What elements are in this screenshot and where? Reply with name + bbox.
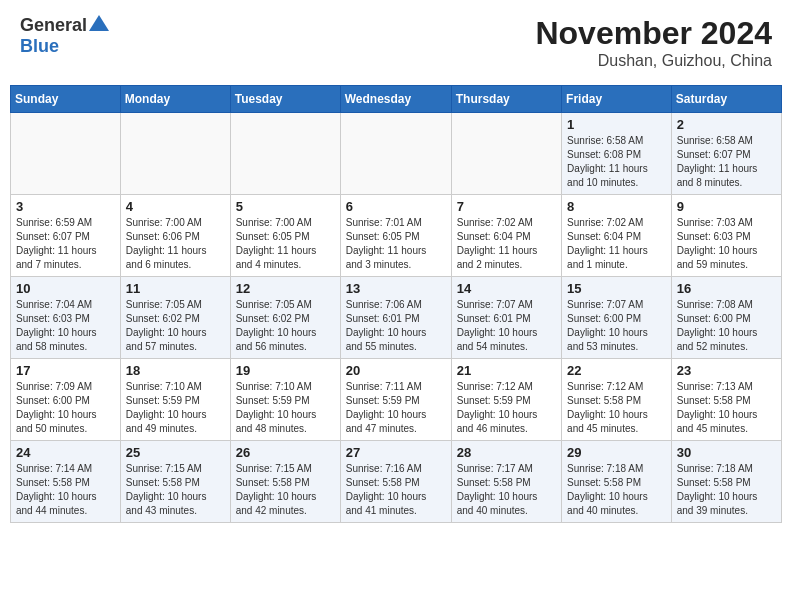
day-info: Sunrise: 7:13 AM Sunset: 5:58 PM Dayligh… <box>677 380 776 436</box>
calendar-cell: 19Sunrise: 7:10 AM Sunset: 5:59 PM Dayli… <box>230 359 340 441</box>
calendar-cell: 25Sunrise: 7:15 AM Sunset: 5:58 PM Dayli… <box>120 441 230 523</box>
day-info: Sunrise: 7:09 AM Sunset: 6:00 PM Dayligh… <box>16 380 115 436</box>
day-info: Sunrise: 7:06 AM Sunset: 6:01 PM Dayligh… <box>346 298 446 354</box>
day-info: Sunrise: 7:18 AM Sunset: 5:58 PM Dayligh… <box>677 462 776 518</box>
day-number: 14 <box>457 281 556 296</box>
day-info: Sunrise: 7:05 AM Sunset: 6:02 PM Dayligh… <box>126 298 225 354</box>
calendar-cell: 15Sunrise: 7:07 AM Sunset: 6:00 PM Dayli… <box>562 277 672 359</box>
day-number: 8 <box>567 199 666 214</box>
calendar-cell: 11Sunrise: 7:05 AM Sunset: 6:02 PM Dayli… <box>120 277 230 359</box>
calendar-cell <box>340 113 451 195</box>
calendar-cell: 17Sunrise: 7:09 AM Sunset: 6:00 PM Dayli… <box>11 359 121 441</box>
subtitle: Dushan, Guizhou, China <box>535 52 772 70</box>
calendar-cell: 14Sunrise: 7:07 AM Sunset: 6:01 PM Dayli… <box>451 277 561 359</box>
calendar-header-friday: Friday <box>562 86 672 113</box>
day-number: 11 <box>126 281 225 296</box>
day-info: Sunrise: 7:04 AM Sunset: 6:03 PM Dayligh… <box>16 298 115 354</box>
day-info: Sunrise: 6:58 AM Sunset: 6:07 PM Dayligh… <box>677 134 776 190</box>
calendar-header-saturday: Saturday <box>671 86 781 113</box>
day-info: Sunrise: 7:17 AM Sunset: 5:58 PM Dayligh… <box>457 462 556 518</box>
day-info: Sunrise: 7:15 AM Sunset: 5:58 PM Dayligh… <box>126 462 225 518</box>
calendar-cell: 18Sunrise: 7:10 AM Sunset: 5:59 PM Dayli… <box>120 359 230 441</box>
calendar-week-1: 1Sunrise: 6:58 AM Sunset: 6:08 PM Daylig… <box>11 113 782 195</box>
calendar-cell: 26Sunrise: 7:15 AM Sunset: 5:58 PM Dayli… <box>230 441 340 523</box>
day-number: 19 <box>236 363 335 378</box>
day-number: 9 <box>677 199 776 214</box>
day-number: 1 <box>567 117 666 132</box>
day-info: Sunrise: 7:10 AM Sunset: 5:59 PM Dayligh… <box>126 380 225 436</box>
day-number: 17 <box>16 363 115 378</box>
day-info: Sunrise: 7:08 AM Sunset: 6:00 PM Dayligh… <box>677 298 776 354</box>
logo: General Blue <box>20 15 109 57</box>
calendar-cell: 30Sunrise: 7:18 AM Sunset: 5:58 PM Dayli… <box>671 441 781 523</box>
calendar-cell: 16Sunrise: 7:08 AM Sunset: 6:00 PM Dayli… <box>671 277 781 359</box>
calendar-cell: 2Sunrise: 6:58 AM Sunset: 6:07 PM Daylig… <box>671 113 781 195</box>
day-info: Sunrise: 6:58 AM Sunset: 6:08 PM Dayligh… <box>567 134 666 190</box>
calendar-cell: 4Sunrise: 7:00 AM Sunset: 6:06 PM Daylig… <box>120 195 230 277</box>
day-number: 5 <box>236 199 335 214</box>
day-info: Sunrise: 7:12 AM Sunset: 5:59 PM Dayligh… <box>457 380 556 436</box>
svg-marker-0 <box>89 15 109 31</box>
day-number: 20 <box>346 363 446 378</box>
day-info: Sunrise: 7:12 AM Sunset: 5:58 PM Dayligh… <box>567 380 666 436</box>
day-info: Sunrise: 7:00 AM Sunset: 6:05 PM Dayligh… <box>236 216 335 272</box>
calendar-header-monday: Monday <box>120 86 230 113</box>
day-number: 13 <box>346 281 446 296</box>
calendar-cell: 1Sunrise: 6:58 AM Sunset: 6:08 PM Daylig… <box>562 113 672 195</box>
day-number: 25 <box>126 445 225 460</box>
calendar-cell: 28Sunrise: 7:17 AM Sunset: 5:58 PM Dayli… <box>451 441 561 523</box>
calendar-week-5: 24Sunrise: 7:14 AM Sunset: 5:58 PM Dayli… <box>11 441 782 523</box>
calendar-cell: 3Sunrise: 6:59 AM Sunset: 6:07 PM Daylig… <box>11 195 121 277</box>
day-info: Sunrise: 7:00 AM Sunset: 6:06 PM Dayligh… <box>126 216 225 272</box>
calendar-cell: 21Sunrise: 7:12 AM Sunset: 5:59 PM Dayli… <box>451 359 561 441</box>
day-number: 2 <box>677 117 776 132</box>
header: General Blue November 2024 Dushan, Guizh… <box>10 10 782 75</box>
day-info: Sunrise: 7:15 AM Sunset: 5:58 PM Dayligh… <box>236 462 335 518</box>
day-number: 6 <box>346 199 446 214</box>
calendar-cell: 10Sunrise: 7:04 AM Sunset: 6:03 PM Dayli… <box>11 277 121 359</box>
logo-general-text: General <box>20 15 87 36</box>
day-number: 21 <box>457 363 556 378</box>
day-number: 26 <box>236 445 335 460</box>
calendar-week-4: 17Sunrise: 7:09 AM Sunset: 6:00 PM Dayli… <box>11 359 782 441</box>
calendar-cell: 22Sunrise: 7:12 AM Sunset: 5:58 PM Dayli… <box>562 359 672 441</box>
calendar-header-thursday: Thursday <box>451 86 561 113</box>
calendar-header-tuesday: Tuesday <box>230 86 340 113</box>
calendar-week-3: 10Sunrise: 7:04 AM Sunset: 6:03 PM Dayli… <box>11 277 782 359</box>
logo-icon <box>89 15 109 35</box>
day-number: 29 <box>567 445 666 460</box>
calendar-cell: 20Sunrise: 7:11 AM Sunset: 5:59 PM Dayli… <box>340 359 451 441</box>
day-info: Sunrise: 7:14 AM Sunset: 5:58 PM Dayligh… <box>16 462 115 518</box>
calendar-cell <box>120 113 230 195</box>
day-info: Sunrise: 7:03 AM Sunset: 6:03 PM Dayligh… <box>677 216 776 272</box>
calendar-cell: 5Sunrise: 7:00 AM Sunset: 6:05 PM Daylig… <box>230 195 340 277</box>
day-number: 3 <box>16 199 115 214</box>
calendar-cell: 7Sunrise: 7:02 AM Sunset: 6:04 PM Daylig… <box>451 195 561 277</box>
calendar: SundayMondayTuesdayWednesdayThursdayFrid… <box>10 85 782 523</box>
calendar-cell: 9Sunrise: 7:03 AM Sunset: 6:03 PM Daylig… <box>671 195 781 277</box>
calendar-cell <box>230 113 340 195</box>
day-info: Sunrise: 7:11 AM Sunset: 5:59 PM Dayligh… <box>346 380 446 436</box>
day-info: Sunrise: 7:02 AM Sunset: 6:04 PM Dayligh… <box>457 216 556 272</box>
calendar-cell: 8Sunrise: 7:02 AM Sunset: 6:04 PM Daylig… <box>562 195 672 277</box>
day-number: 23 <box>677 363 776 378</box>
calendar-header-wednesday: Wednesday <box>340 86 451 113</box>
day-number: 27 <box>346 445 446 460</box>
day-info: Sunrise: 7:01 AM Sunset: 6:05 PM Dayligh… <box>346 216 446 272</box>
day-number: 15 <box>567 281 666 296</box>
calendar-cell: 13Sunrise: 7:06 AM Sunset: 6:01 PM Dayli… <box>340 277 451 359</box>
day-number: 30 <box>677 445 776 460</box>
logo-blue-text: Blue <box>20 36 59 57</box>
day-info: Sunrise: 7:18 AM Sunset: 5:58 PM Dayligh… <box>567 462 666 518</box>
calendar-cell: 12Sunrise: 7:05 AM Sunset: 6:02 PM Dayli… <box>230 277 340 359</box>
calendar-cell: 29Sunrise: 7:18 AM Sunset: 5:58 PM Dayli… <box>562 441 672 523</box>
calendar-header-row: SundayMondayTuesdayWednesdayThursdayFrid… <box>11 86 782 113</box>
day-number: 24 <box>16 445 115 460</box>
calendar-header-sunday: Sunday <box>11 86 121 113</box>
day-number: 28 <box>457 445 556 460</box>
calendar-week-2: 3Sunrise: 6:59 AM Sunset: 6:07 PM Daylig… <box>11 195 782 277</box>
day-info: Sunrise: 7:02 AM Sunset: 6:04 PM Dayligh… <box>567 216 666 272</box>
day-number: 18 <box>126 363 225 378</box>
month-title: November 2024 <box>535 15 772 52</box>
calendar-cell: 6Sunrise: 7:01 AM Sunset: 6:05 PM Daylig… <box>340 195 451 277</box>
